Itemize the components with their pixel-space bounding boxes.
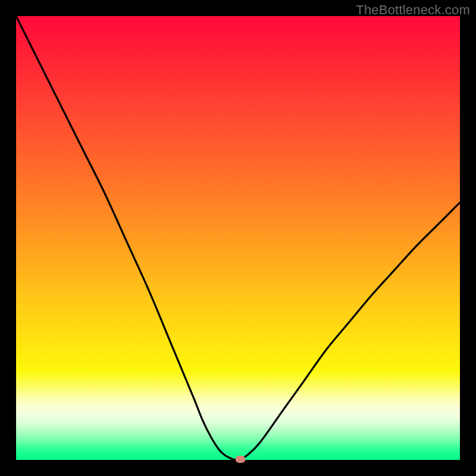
plot-area xyxy=(16,16,460,460)
bottleneck-curve xyxy=(16,16,460,460)
watermark-text: TheBottleneck.com xyxy=(356,2,470,18)
chart-frame: TheBottleneck.com xyxy=(0,0,476,476)
minimum-marker xyxy=(236,456,245,463)
